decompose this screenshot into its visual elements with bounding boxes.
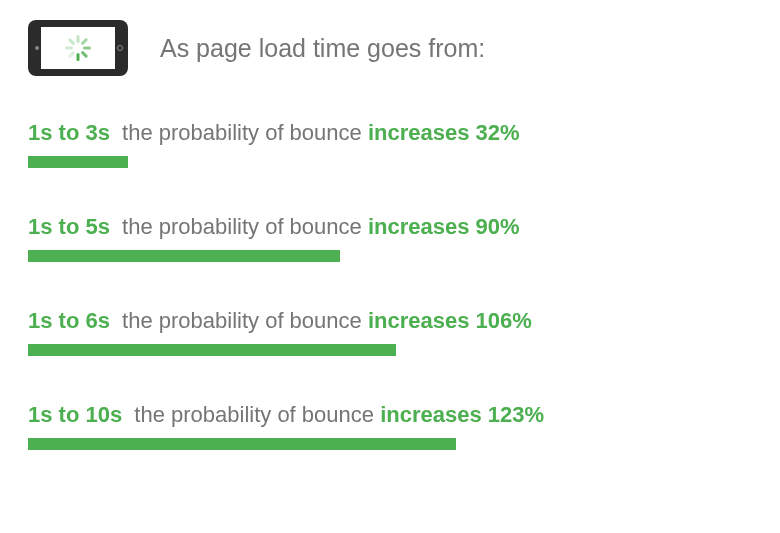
row-text: 1s to 6s the probability of bounce incre… xyxy=(28,308,752,334)
bar xyxy=(28,344,396,356)
range-label: 1s to 5s xyxy=(28,214,110,239)
impact-label: increases 90% xyxy=(368,214,520,239)
spinner-icon xyxy=(65,35,91,61)
row-text: 1s to 3s the probability of bounce incre… xyxy=(28,120,752,146)
data-row: 1s to 5s the probability of bounce incre… xyxy=(28,214,752,262)
bar xyxy=(28,438,456,450)
mid-text: the probability of bounce xyxy=(134,402,374,427)
impact-label: increases 106% xyxy=(368,308,532,333)
range-label: 1s to 10s xyxy=(28,402,122,427)
mid-text: the probability of bounce xyxy=(122,214,362,239)
row-text: 1s to 5s the probability of bounce incre… xyxy=(28,214,752,240)
data-row: 1s to 6s the probability of bounce incre… xyxy=(28,308,752,356)
data-row: 1s to 10s the probability of bounce incr… xyxy=(28,402,752,450)
bar xyxy=(28,156,128,168)
range-label: 1s to 3s xyxy=(28,120,110,145)
impact-label: increases 32% xyxy=(368,120,520,145)
page-title: As page load time goes from: xyxy=(160,34,485,63)
range-label: 1s to 6s xyxy=(28,308,110,333)
impact-label: increases 123% xyxy=(380,402,544,427)
row-text: 1s to 10s the probability of bounce incr… xyxy=(28,402,752,428)
phone-loading-icon xyxy=(28,20,128,76)
mid-text: the probability of bounce xyxy=(122,120,362,145)
bar xyxy=(28,250,340,262)
data-row: 1s to 3s the probability of bounce incre… xyxy=(28,120,752,168)
mid-text: the probability of bounce xyxy=(122,308,362,333)
header: As page load time goes from: xyxy=(28,20,752,76)
